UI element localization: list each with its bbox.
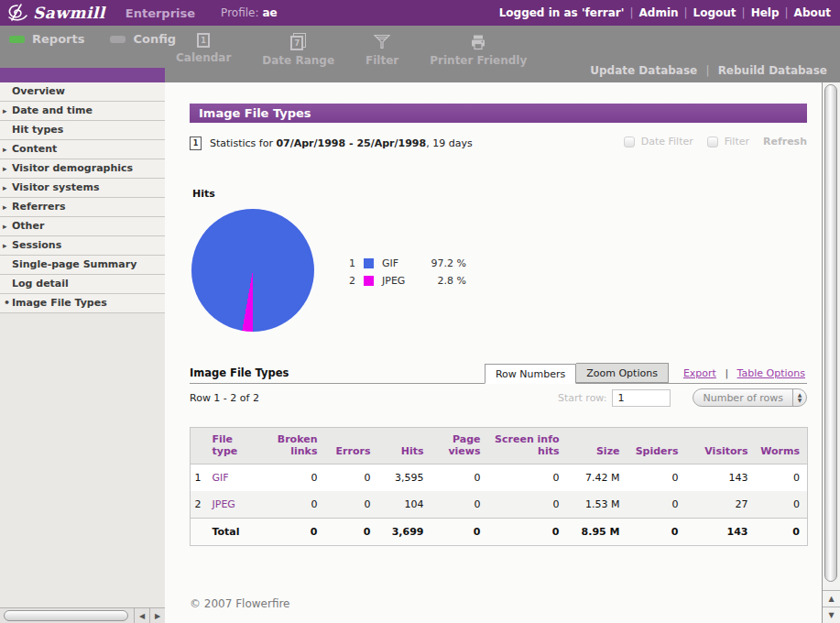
sidebar-item-content[interactable]: ▸Content [0, 140, 165, 159]
legend-row-gif: 1 GIF 97.2 % [344, 255, 466, 272]
filter-checkbox[interactable] [707, 137, 718, 148]
help-link[interactable]: Help [751, 6, 780, 19]
tab-zoom-options[interactable]: Zoom Options [576, 363, 669, 383]
separator: | [725, 367, 728, 379]
column-header-visitors: Visitors [686, 428, 756, 465]
scroll-left-arrow-icon[interactable]: ◀ [134, 608, 149, 623]
legend-label: GIF [382, 257, 422, 269]
column-header-broken-links: Broken links [259, 428, 325, 465]
export-link[interactable]: Export [683, 367, 716, 379]
scroll-right-arrow-icon[interactable]: ▶ [149, 608, 165, 623]
value-cell: 0 [627, 519, 686, 546]
stats-prefix: Statistics for [210, 137, 276, 149]
sidebar-item-other[interactable]: ▸Other [0, 217, 165, 236]
date-range-button[interactable]: 7 Date Range [262, 33, 334, 67]
sidebar-item-label: Image File Types [12, 297, 107, 309]
legend-rank: 1 [344, 257, 355, 269]
jpeg-color-swatch [364, 276, 374, 286]
sidebar-item-overview[interactable]: Overview [0, 82, 165, 102]
value-cell: 0 [756, 465, 808, 492]
sidebar-item-log-detail[interactable]: Log detail [0, 275, 165, 294]
about-link[interactable]: About [794, 6, 831, 19]
legend-row-jpeg: 2 JPEG 2.8 % [344, 272, 466, 290]
table-options-link[interactable]: Table Options [737, 367, 805, 379]
tab-reports[interactable]: Reports [9, 32, 84, 46]
table-section-title: Image File Types [190, 366, 485, 383]
value-cell: 8.95 M [567, 519, 627, 546]
sidebar-item-referrers[interactable]: ▸Referrers [0, 198, 165, 217]
sidebar-item-visitor-demographics[interactable]: ▸Visitor demographics [0, 159, 165, 179]
expand-arrow-icon: ▸ [3, 140, 7, 158]
table-header-row: File typeBroken linksErrorsHitsPage view… [191, 428, 808, 465]
tab-config[interactable]: Config [110, 32, 176, 46]
filter-controls: Date Filter Filter Refresh [624, 136, 807, 148]
start-row-input[interactable] [612, 389, 671, 407]
value-cell: 0 [259, 465, 325, 492]
stepper-arrows-icon[interactable]: ▲▼ [792, 389, 806, 406]
main-nav-tabs: Reports Config [9, 32, 176, 46]
database-actions: Update Database | Rebuild Database [590, 64, 827, 77]
file-type-link[interactable]: GIF [209, 465, 259, 492]
sawmill-swirl-icon [5, 2, 29, 24]
scroll-up-arrow-icon[interactable]: ▲ [823, 590, 840, 607]
report-toolbar: 1 Calendar 7 Date Range Filter [176, 33, 527, 67]
start-row-label: Start row: [558, 392, 606, 404]
sidebar-item-hit-types[interactable]: Hit types [0, 121, 165, 140]
legend-percent: 97.2 % [422, 257, 466, 269]
sidebar-item-date-and-time[interactable]: ▸Date and time [0, 102, 165, 121]
report-title-bar: Image File Types [190, 104, 807, 123]
logout-link[interactable]: Logout [693, 6, 736, 19]
expand-arrow-icon: ▸ [3, 217, 7, 235]
admin-link[interactable]: Admin [639, 6, 679, 19]
column-header-hits: Hits [378, 428, 431, 465]
separator: | [705, 64, 709, 77]
row-number-header [191, 428, 209, 465]
sidebar-item-label: Sessions [12, 239, 61, 251]
update-database-link[interactable]: Update Database [590, 64, 697, 77]
vscrollbar-arrows: ▲ ▼ [823, 590, 840, 623]
sidebar-horizontal-scrollbar[interactable]: ◀ ▶ [0, 607, 165, 623]
sidebar-item-label: Referrers [12, 201, 65, 213]
copyright-footer: © 2007 Flowerfire [190, 597, 290, 610]
value-cell: 0 [627, 465, 686, 492]
sawmill-logo[interactable]: Sawmill [5, 2, 105, 24]
column-header-size: Size [567, 428, 627, 465]
row-number-cell: 2 [191, 491, 209, 519]
sidebar-item-single-page-summary[interactable]: Single-page Summary [0, 256, 165, 275]
refresh-button[interactable]: Refresh [763, 136, 807, 148]
sidebar-item-sessions[interactable]: ▸Sessions [0, 236, 165, 256]
row-range-text: Row 1 - 2 of 2 [190, 392, 259, 404]
sidebar-item-image-file-types[interactable]: •Image File Types [0, 294, 165, 313]
value-cell: 0 [325, 519, 378, 546]
legend-label: JPEG [382, 275, 422, 287]
rebuild-database-link[interactable]: Rebuild Database [718, 64, 827, 77]
value-cell: 0 [431, 491, 488, 519]
date-filter-label: Date Filter [641, 136, 693, 148]
statistics-text: Statistics for 07/Apr/1998 - 25/Apr/1998… [210, 137, 473, 149]
row-number-cell: 1 [191, 465, 209, 492]
calendar-button[interactable]: 1 Calendar [176, 33, 231, 67]
value-cell: 104 [378, 491, 431, 519]
filter-button[interactable]: Filter [365, 33, 398, 67]
date-filter-checkbox[interactable] [624, 137, 635, 148]
number-of-rows-dropdown[interactable]: Number of rows ▲▼ [693, 388, 807, 407]
calendar-7-icon: 7 [290, 36, 303, 50]
vscrollbar-thumb[interactable] [824, 84, 837, 582]
file-type-link[interactable]: JPEG [209, 491, 259, 519]
value-cell: 0 [325, 491, 378, 519]
hscrollbar-thumb[interactable] [4, 610, 128, 621]
vertical-scrollbar[interactable]: ▲ ▼ [822, 82, 840, 623]
total-label: Total [209, 519, 259, 546]
sidebar-item-label: Other [12, 220, 44, 232]
value-cell: 1.53 M [567, 491, 627, 519]
printer-friendly-button[interactable]: Printer Friendly [430, 33, 527, 67]
scroll-down-arrow-icon[interactable]: ▼ [823, 607, 840, 623]
value-cell: 0 [431, 519, 488, 546]
tab-row-numbers[interactable]: Row Numbers [485, 364, 576, 384]
sidebar-item-label: Content [12, 143, 57, 155]
column-header-errors: Errors [325, 428, 378, 465]
sidebar-item-visitor-systems[interactable]: ▸Visitor systems [0, 179, 165, 198]
reports-sidebar: Overview▸Date and timeHit types▸Content▸… [0, 82, 165, 607]
value-cell: 7.42 M [567, 465, 627, 492]
row-info-bar: Row 1 - 2 of 2 Start row: Number of rows… [190, 387, 807, 410]
